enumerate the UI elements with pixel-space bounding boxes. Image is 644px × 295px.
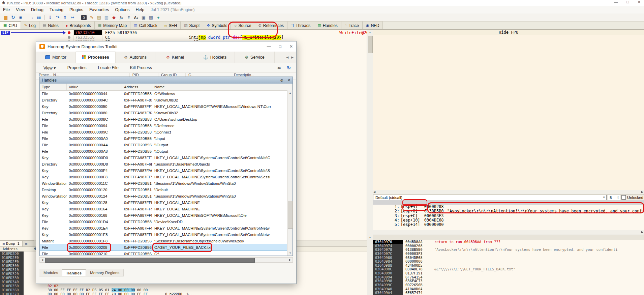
- toolbar-icon[interactable]: ▥: [103, 14, 110, 21]
- scroll-left-icon[interactable]: ◀: [40, 258, 45, 262]
- handles-row[interactable]: File 0x0000000000000044 0xFFFFD20B53B...…: [40, 90, 287, 97]
- handles-row[interactable]: Key 0x0000000000000164 0xFFFFA987FF5... …: [40, 206, 287, 212]
- handles-row[interactable]: Mutant 0x00000000000001F8 0xFFFFD20B565.…: [40, 238, 287, 244]
- huorong-window-control[interactable]: ✕: [289, 44, 293, 49]
- bottom-tab[interactable]: Handles: [62, 269, 86, 276]
- argument-count-stepper[interactable]: 5 ▲▼: [608, 195, 620, 200]
- toolbar-icon[interactable]: ▣: [140, 14, 147, 21]
- toolbar-icon[interactable]: ⇓: [47, 14, 54, 21]
- dump-tab[interactable]: ▦ Dump 1: [0, 240, 23, 246]
- menu-item[interactable]: File: [0, 7, 13, 12]
- huorong-tab[interactable]: Processes: [76, 52, 116, 63]
- disasm-scrollbar[interactable]: ▲ ▼: [367, 30, 373, 240]
- column-header-name[interactable]: Name: [152, 84, 293, 90]
- huorong-window-control[interactable]: —: [267, 44, 271, 49]
- scroll-up-icon[interactable]: ▲: [287, 90, 293, 95]
- huorong-tab[interactable]: ⚙ Service: [235, 52, 275, 63]
- handles-row[interactable]: WindowStation 0x000000000000011C 0xFFFFD…: [40, 180, 287, 186]
- main-tab[interactable]: ∞ SEH: [161, 21, 181, 29]
- handles-horizontal-scrollbar[interactable]: ◀ ▶: [39, 257, 293, 263]
- handles-row[interactable]: Directory 0x0000000000000080 0xFFFFA987F…: [40, 110, 287, 116]
- handles-row[interactable]: Directory 0x00000000000000D8 0xFFFFA987F…: [40, 161, 287, 167]
- column-header-type[interactable]: Type: [40, 84, 67, 90]
- argument-row[interactable]: 1:[esp+4]00000208: [373, 200, 644, 205]
- bottom-tab[interactable]: Memory Regions: [86, 269, 124, 276]
- main-tab[interactable]: ▦ CPU: [0, 21, 21, 29]
- disasm-row[interactable]: 76233516 CC int3: [0, 35, 337, 40]
- handles-row[interactable]: File 0x0000000000000210 0xFFFFD20B564...…: [40, 250, 287, 256]
- main-tab[interactable]: ● Breakpoints: [62, 21, 95, 29]
- toolbar-icon[interactable]: S: [81, 15, 87, 20]
- search-binoculars-icon[interactable]: ∞: [277, 65, 281, 70]
- handles-row[interactable]: Key 0x00000000000001E4 0xFFFFA987FF5... …: [40, 225, 287, 231]
- tab-nav-arrows[interactable]: ◀▶: [286, 52, 294, 63]
- toolbar-icon[interactable]: [78, 15, 78, 20]
- dump-row[interactable]: 010FD350 30 00 FE FF FF FF D2 D5 05 01 2…: [0, 284, 367, 288]
- toolbar-icon[interactable]: ◆: [110, 14, 118, 21]
- panel-splitter[interactable]: [373, 235, 644, 240]
- main-tab[interactable]: ∴ Trace: [341, 21, 363, 29]
- stack-panel[interactable]: 0304D970 004BD8AA return to run.004BD8AA…: [373, 240, 644, 295]
- column-header-address[interactable]: Address: [122, 84, 152, 90]
- window-control-button[interactable]: □: [626, 0, 629, 4]
- scroll-down-icon[interactable]: ▼: [367, 235, 373, 240]
- arguments-scrollbar[interactable]: ▶: [373, 230, 644, 235]
- handles-row[interactable]: Key 0x00000000000000D0 0xFFFFA987FF7... …: [40, 154, 287, 161]
- toolbar-icon[interactable]: ⇑: [61, 14, 69, 21]
- stack-row[interactable]: 0304D99C 0D72656B: [373, 283, 644, 287]
- menu-item[interactable]: Plugins: [66, 7, 86, 12]
- stack-row[interactable]: 0304D990 0137F191: [373, 271, 644, 275]
- scroll-down-icon[interactable]: ▼: [287, 250, 293, 256]
- handles-panel-header[interactable]: Handles ⊙✕: [40, 77, 293, 84]
- main-tab[interactable]: ▤ Notes: [39, 21, 62, 29]
- scroll-right-icon[interactable]: ▶: [287, 258, 293, 262]
- menu-item[interactable]: Options: [112, 7, 132, 12]
- arguments-panel[interactable]: Default (stdcall)▼ 5 ▲▼ Unlocked 1:[esp+…: [373, 195, 644, 235]
- handles-row[interactable]: Key 0x00000000000000F8 0xFFFFA987FF5... …: [40, 174, 287, 180]
- handles-row[interactable]: Key 0x0000000000000168 0xFFFFA987FF5... …: [40, 212, 287, 218]
- window-control-button[interactable]: —: [614, 0, 618, 4]
- scroll-left-icon[interactable]: ◀: [373, 190, 375, 194]
- toolbar-icon[interactable]: ✎: [88, 14, 95, 21]
- toolbar-icon[interactable]: →: [28, 14, 35, 21]
- breakpoint-dot-icon[interactable]: [68, 36, 70, 39]
- unlocked-checkbox[interactable]: Unlocked: [621, 195, 643, 200]
- handles-row[interactable]: File 0x00000000000001D4 0xFFFFD20B588...…: [40, 218, 287, 225]
- handles-row[interactable]: File 0x00000000000000A4 0xFFFFD20B55C...…: [40, 142, 287, 148]
- toolbar-icon[interactable]: ■: [17, 14, 24, 21]
- scroll-right-icon[interactable]: ▶: [641, 230, 643, 234]
- toolbar-icon[interactable]: [44, 15, 45, 20]
- huorong-toolbar-item[interactable]: View ▾: [43, 65, 56, 70]
- breakpoint-dot-icon[interactable]: [68, 31, 70, 34]
- menu-item[interactable]: View: [13, 7, 28, 12]
- main-tab[interactable]: ✎ Log: [21, 21, 39, 29]
- scroll-right-icon[interactable]: ▶: [641, 190, 643, 194]
- handles-row[interactable]: Key 0x0000000000000128 0xFFFFA987FF5... …: [40, 199, 287, 206]
- toolbar-icon[interactable]: ↷: [54, 14, 61, 21]
- pin-icon[interactable]: ⊙: [280, 78, 283, 83]
- menu-item[interactable]: Debug: [28, 7, 47, 12]
- handles-row[interactable]: WindowStation 0x0000000000000124 0xFFFFD…: [40, 193, 287, 199]
- toolbar-icon[interactable]: ●: [155, 14, 162, 21]
- stepper-arrows-icon[interactable]: ▲▼: [617, 196, 620, 199]
- huorong-tab[interactable]: ⚓ Hooklets: [195, 52, 235, 63]
- handles-row[interactable]: File 0x0000000000000208 0xFFFFD20B564...…: [40, 244, 287, 250]
- main-tab[interactable]: ◉ NFD: [363, 21, 383, 29]
- close-icon[interactable]: ✕: [287, 78, 290, 83]
- handles-row[interactable]: Key 0x00000000000001E8 0xFFFFA987FF5... …: [40, 231, 287, 238]
- menu-item[interactable]: Help: [133, 7, 148, 12]
- main-tab[interactable]: ▥ Call Stack: [130, 21, 161, 29]
- jump-target-bytes[interactable]: 58102976: [117, 30, 137, 35]
- dump-tab-partial[interactable]: ▦: [23, 240, 34, 246]
- toolbar-icon[interactable]: fx: [118, 14, 125, 21]
- dump-row[interactable]: 010FD370 EE FF EE FF 10 1F 48 00 70 02 8…: [0, 292, 367, 295]
- handles-vertical-scrollbar[interactable]: ▲ ▼: [287, 90, 293, 256]
- toolbar-icon[interactable]: ↦: [69, 14, 76, 21]
- toolbar-icon[interactable]: ▤: [95, 14, 103, 21]
- handles-row[interactable]: Key 0x0000000000000050 0xFFFFA987FF7... …: [40, 103, 287, 110]
- bottom-tab[interactable]: Modules: [39, 269, 62, 276]
- toolbar-icon[interactable]: ▦: [147, 14, 155, 21]
- registers-scrollbar[interactable]: ◀ ▶: [373, 190, 644, 195]
- scroll-up-icon[interactable]: ▲: [367, 30, 373, 35]
- menu-item[interactable]: Tracing: [47, 7, 66, 12]
